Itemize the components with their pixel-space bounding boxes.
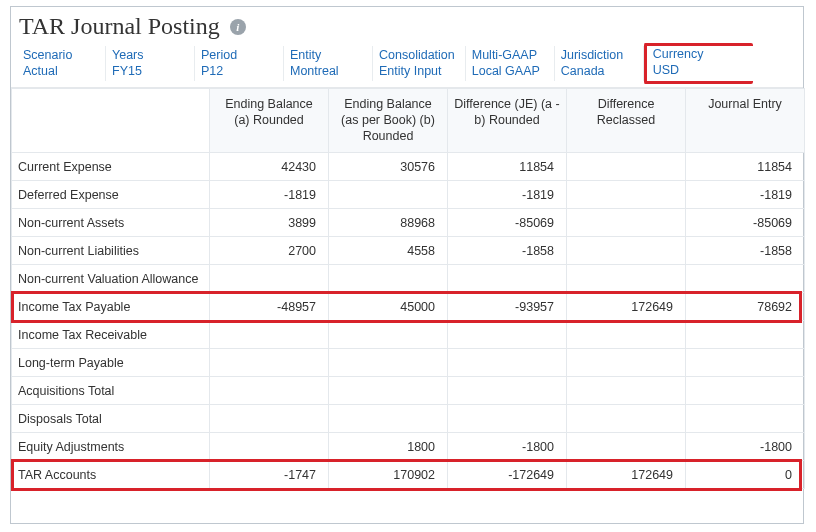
row-label[interactable]: Acquisitions Total (12, 377, 210, 405)
data-cell[interactable] (567, 321, 686, 349)
pov-value: P12 (201, 64, 273, 80)
data-cell[interactable] (329, 377, 448, 405)
row-label[interactable]: Long-term Payable (12, 349, 210, 377)
pov-value: Local GAAP (472, 64, 544, 80)
pov-label: Currency (653, 47, 725, 63)
row-label[interactable]: Non-current Liabilities (12, 237, 210, 265)
column-header[interactable]: Ending Balance (a) Rounded (210, 89, 329, 153)
data-cell[interactable]: 88968 (329, 209, 448, 237)
row-label[interactable]: Income Tax Receivable (12, 321, 210, 349)
table-row: Deferred Expense-1819-1819-1819 (12, 181, 805, 209)
data-cell[interactable]: 3899 (210, 209, 329, 237)
data-cell[interactable] (210, 377, 329, 405)
data-cell[interactable] (448, 321, 567, 349)
row-label[interactable]: Non-current Valuation Allowance (12, 265, 210, 293)
data-cell[interactable]: -85069 (686, 209, 805, 237)
data-cell[interactable]: 45000 (329, 293, 448, 321)
pov-multi-gaap[interactable]: Multi-GAAPLocal GAAP (466, 46, 555, 81)
data-cell[interactable] (329, 321, 448, 349)
pov-currency[interactable]: CurrencyUSD (644, 43, 753, 84)
data-cell[interactable] (448, 405, 567, 433)
pov-jurisdiction[interactable]: JurisdictionCanada (555, 46, 644, 81)
info-icon[interactable]: i (230, 19, 246, 35)
data-cell[interactable]: -1800 (448, 433, 567, 461)
data-cell[interactable]: 78692 (686, 293, 805, 321)
data-cell[interactable]: 42430 (210, 153, 329, 181)
data-cell[interactable] (210, 405, 329, 433)
data-cell[interactable] (210, 321, 329, 349)
data-cell[interactable]: -93957 (448, 293, 567, 321)
data-cell[interactable] (210, 349, 329, 377)
table-row: Disposals Total (12, 405, 805, 433)
pov-period[interactable]: PeriodP12 (195, 46, 284, 81)
data-cell[interactable] (686, 265, 805, 293)
data-cell[interactable]: -1858 (686, 237, 805, 265)
row-label[interactable]: TAR Accounts (12, 461, 210, 489)
column-header[interactable]: Ending Balance (as per Book) (b) Rounded (329, 89, 448, 153)
data-cell[interactable] (686, 349, 805, 377)
pov-years[interactable]: YearsFY15 (106, 46, 195, 81)
data-cell[interactable]: -1819 (686, 181, 805, 209)
data-cell[interactable]: 1800 (329, 433, 448, 461)
data-cell[interactable]: 11854 (448, 153, 567, 181)
data-cell[interactable] (686, 405, 805, 433)
column-header[interactable]: Journal Entry (686, 89, 805, 153)
row-label[interactable]: Equity Adjustments (12, 433, 210, 461)
pov-consolidation[interactable]: ConsolidationEntity Input (373, 46, 466, 81)
pov-label: Entity (290, 48, 362, 64)
data-cell[interactable]: -1819 (448, 181, 567, 209)
data-cell[interactable] (567, 265, 686, 293)
data-cell[interactable] (567, 349, 686, 377)
column-header[interactable]: Difference (JE) (a - b) Rounded (448, 89, 567, 153)
table-row: Non-current Liabilities27004558-1858-185… (12, 237, 805, 265)
pov-label: Period (201, 48, 273, 64)
data-cell[interactable] (448, 265, 567, 293)
row-label[interactable]: Disposals Total (12, 405, 210, 433)
row-label[interactable]: Current Expense (12, 153, 210, 181)
data-cell[interactable] (210, 433, 329, 461)
data-cell[interactable]: -85069 (448, 209, 567, 237)
data-cell[interactable] (448, 377, 567, 405)
data-cell[interactable] (210, 265, 329, 293)
data-cell[interactable]: -1858 (448, 237, 567, 265)
data-cell[interactable] (567, 433, 686, 461)
table-row: Income Tax Payable-4895745000-9395717264… (12, 293, 805, 321)
data-cell[interactable]: 0 (686, 461, 805, 489)
row-label[interactable]: Income Tax Payable (12, 293, 210, 321)
data-cell[interactable]: 30576 (329, 153, 448, 181)
data-cell[interactable]: -1819 (210, 181, 329, 209)
data-cell[interactable] (329, 265, 448, 293)
data-cell[interactable]: -172649 (448, 461, 567, 489)
row-label[interactable]: Non-current Assets (12, 209, 210, 237)
data-cell[interactable] (686, 377, 805, 405)
data-cell[interactable]: -48957 (210, 293, 329, 321)
pov-entity[interactable]: EntityMontreal (284, 46, 373, 81)
data-cell[interactable] (329, 181, 448, 209)
pov-value: Actual (23, 64, 95, 80)
pov-scenario[interactable]: ScenarioActual (17, 46, 106, 81)
table-row: Non-current Assets389988968-85069-85069 (12, 209, 805, 237)
data-cell[interactable] (329, 405, 448, 433)
column-header[interactable]: Difference Reclassed (567, 89, 686, 153)
data-cell[interactable]: 4558 (329, 237, 448, 265)
data-cell[interactable]: 2700 (210, 237, 329, 265)
pov-label: Consolidation (379, 48, 455, 64)
data-cell[interactable]: 11854 (686, 153, 805, 181)
data-cell[interactable] (329, 349, 448, 377)
data-cell[interactable]: 172649 (567, 461, 686, 489)
data-cell[interactable]: 172649 (567, 293, 686, 321)
data-cell[interactable]: 170902 (329, 461, 448, 489)
data-cell[interactable] (567, 181, 686, 209)
data-cell[interactable]: -1800 (686, 433, 805, 461)
data-cell[interactable] (448, 349, 567, 377)
data-cell[interactable] (567, 405, 686, 433)
data-grid: Ending Balance (a) RoundedEnding Balance… (11, 88, 805, 489)
data-cell[interactable] (567, 153, 686, 181)
data-cell[interactable] (686, 321, 805, 349)
data-cell[interactable] (567, 237, 686, 265)
data-cell[interactable] (567, 209, 686, 237)
row-label[interactable]: Deferred Expense (12, 181, 210, 209)
data-cell[interactable] (567, 377, 686, 405)
pov-label: Jurisdiction (561, 48, 633, 64)
data-cell[interactable]: -1747 (210, 461, 329, 489)
